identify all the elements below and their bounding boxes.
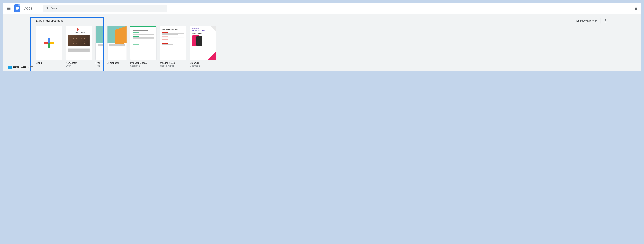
templates-header: Start a new document Template gallery [36,18,608,24]
templates-section: Start a new document Template gallery Bl… [3,14,641,71]
thumb-heading: MEETING NAME 09/04 [162,29,184,30]
template-name: Meeting notes [160,62,186,64]
svg-point-0 [46,7,48,9]
plus-icon [44,38,54,48]
google-apps-button[interactable] [632,5,638,12]
apps-grid-icon [634,7,637,10]
template-subtitle: Modern Writer [160,65,186,67]
divider [600,18,601,24]
template-card-spearmint[interactable]: Project proposal Spearmint [130,26,156,67]
google-docs-home: Docs Search Start a new document Templat… [3,3,641,71]
template-name: Project proposal [130,62,156,64]
template-thumb [107,26,127,60]
watermark-text: TEMPLATE [13,66,26,69]
unfold-icon [595,20,597,22]
template-subtitle: Geometric [190,65,216,67]
more-options-button[interactable] [602,18,608,24]
template-name: Brochure [190,62,216,64]
search-placeholder: Search [50,7,59,10]
template-name: Proj [96,62,104,64]
header-bar: Docs Search [3,3,641,14]
search-input[interactable]: Search [43,5,167,12]
template-name: Newsletter [66,62,92,64]
watermark: T TEMPLATE.NET [8,66,33,69]
watermark-suffix: .NET [27,66,33,69]
more-vertical-icon [605,19,606,22]
template-gallery-label: Template gallery [576,19,594,22]
template-subtitle: Lively [66,65,92,67]
thumb-heading: We have a surprise! [72,32,86,34]
template-thumb [36,26,62,60]
template-thumb: MEETING NAME 09/04 [160,26,186,60]
template-card-meeting[interactable]: MEETING NAME 09/04 Meeting notes Modern … [160,26,186,67]
template-thumb [96,26,104,60]
template-card-tropic[interactable]: ct proposal [107,26,127,67]
template-card-newsletter[interactable]: We have a surprise! Newsletter Lively [66,26,92,67]
template-card-blank[interactable]: Blank [36,26,62,67]
template-subtitle: Trop [96,65,104,67]
thumb-sub: Product Overview [192,33,214,34]
watermark-badge-icon: T [8,66,12,69]
hamburger-icon [7,7,10,10]
app-title: Docs [24,6,32,11]
template-name: ct proposal [107,62,127,64]
phone-icon [192,35,199,46]
templates-heading: Start a new document [36,19,63,22]
search-icon [45,7,48,10]
template-name: Blank [36,62,62,64]
svg-line-1 [47,9,48,10]
template-thumb: We have a surprise! [66,26,92,60]
templates-row: Blank We have a surprise! Newsletter Liv… [36,26,608,67]
docs-logo-icon[interactable] [14,5,20,12]
main-menu-button[interactable] [6,5,12,12]
template-gallery-button[interactable]: Template gallery [574,18,598,23]
template-subtitle: Spearmint [130,65,156,67]
template-thumb [130,26,156,60]
template-card-brochure[interactable]: Your Company Product Brochure Product Ov… [190,26,216,67]
template-thumb: Your Company Product Brochure Product Ov… [190,26,216,60]
template-card-tropic-cut[interactable]: Proj Trop [96,26,104,67]
heart-icon [77,28,80,31]
